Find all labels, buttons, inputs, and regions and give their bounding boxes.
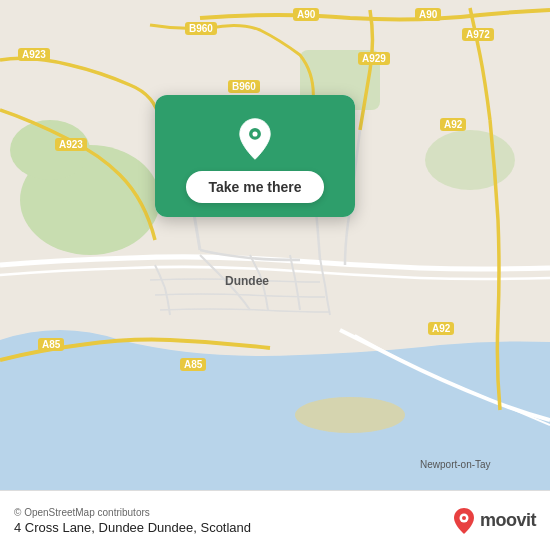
road-label-a929: A929 <box>358 52 390 65</box>
card-green-section: Take me there <box>155 95 355 217</box>
svg-point-9 <box>252 131 257 136</box>
moovit-brand-text: moovit <box>480 510 536 531</box>
road-label-a90-2: A90 <box>415 8 441 21</box>
road-label-a92-1: A92 <box>440 118 466 131</box>
moovit-pin-icon <box>453 507 475 535</box>
location-card: Take me there <box>155 95 355 217</box>
road-label-b960-2: B960 <box>228 80 260 93</box>
road-label-a85-1: A85 <box>38 338 64 351</box>
road-label-a85-2: A85 <box>180 358 206 371</box>
svg-text:Newport-on-Tay: Newport-on-Tay <box>420 459 491 470</box>
address-text: 4 Cross Lane, Dundee Dundee, Scotland <box>14 520 251 535</box>
take-me-there-button[interactable]: Take me there <box>186 171 323 203</box>
location-pin-icon <box>233 117 277 161</box>
road-label-a923-2: A923 <box>55 138 87 151</box>
svg-text:Dundee: Dundee <box>225 274 269 288</box>
svg-point-11 <box>462 516 466 520</box>
osm-credit: © OpenStreetMap contributors <box>14 507 251 518</box>
road-label-a90-1: A90 <box>293 8 319 21</box>
road-label-b960-1: B960 <box>185 22 217 35</box>
road-label-a923-1: A923 <box>18 48 50 61</box>
bottom-bar: © OpenStreetMap contributors 4 Cross Lan… <box>0 490 550 550</box>
svg-point-1 <box>295 397 405 433</box>
road-label-a972: A972 <box>462 28 494 41</box>
moovit-logo: moovit <box>453 507 536 535</box>
map-container: Dundee Newport-on-Tay A923 A923 B960 B96… <box>0 0 550 490</box>
road-label-a92-2: A92 <box>428 322 454 335</box>
bottom-info: © OpenStreetMap contributors 4 Cross Lan… <box>14 507 251 535</box>
svg-point-5 <box>425 130 515 190</box>
